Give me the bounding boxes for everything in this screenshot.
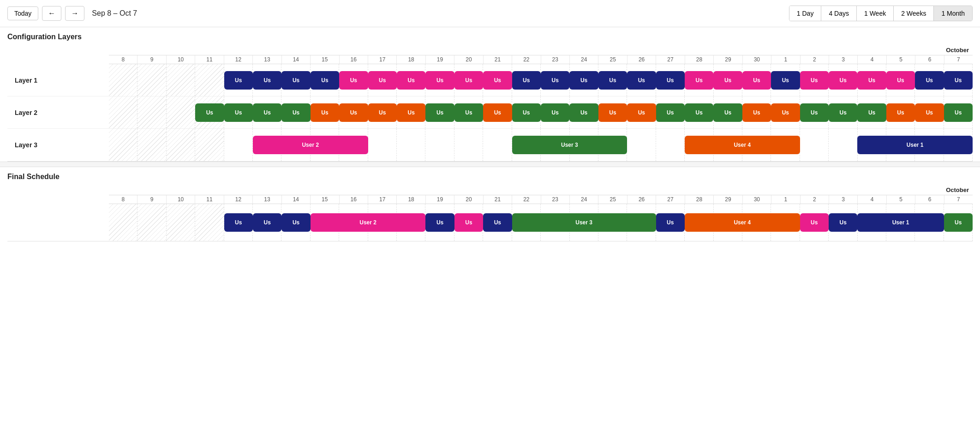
chip-user-l1-9[interactable]: Us: [483, 71, 512, 90]
chip-user-l2-16[interactable]: Us: [656, 103, 685, 122]
day-header-16: 16: [340, 195, 368, 204]
day-header-26: 26: [627, 55, 656, 64]
day-header-26: 26: [627, 195, 656, 204]
view-1month[interactable]: 1 Month: [934, 6, 972, 21]
chip-user-l1-18[interactable]: Us: [742, 71, 771, 90]
day-header-4: 4: [858, 55, 886, 64]
header: Today ← → Sep 8 – Oct 7 1 Day 4 Days 1 W…: [0, 0, 980, 27]
prev-button[interactable]: ←: [42, 6, 61, 21]
chip-user-l1-14[interactable]: Us: [627, 71, 656, 90]
chip-user-l1-17[interactable]: Us: [713, 71, 742, 90]
chip-user-l2-9[interactable]: Us: [454, 103, 483, 122]
grid-body-config: Layer 1UsUsUsUsUsUsUsUsUsUsUsUsUsUsUsUsU…: [7, 64, 973, 162]
chip-user-l2-8[interactable]: Us: [425, 103, 454, 122]
chip-user3-l3[interactable]: User 3: [512, 136, 627, 154]
chip-user-l2-24[interactable]: Us: [886, 103, 915, 122]
today-button[interactable]: Today: [7, 6, 38, 20]
day-header-5: 5: [887, 195, 915, 204]
final-chip-f-p2[interactable]: Us: [800, 213, 829, 232]
chip-user-l2-17[interactable]: Us: [685, 103, 713, 122]
chip-user-l1-8[interactable]: Us: [454, 71, 483, 90]
month-row-config: October: [109, 45, 973, 55]
chip-user-l1-2[interactable]: Us: [281, 71, 310, 90]
chip-user-l1-1[interactable]: Us: [253, 71, 281, 90]
chip-user-l1-21[interactable]: Us: [829, 71, 857, 90]
chip-user1-l3[interactable]: User 1: [857, 136, 973, 154]
chip-user-l1-12[interactable]: Us: [569, 71, 598, 90]
final-chip-f-g1[interactable]: Us: [944, 213, 973, 232]
chip-user-l2-10[interactable]: Us: [483, 103, 512, 122]
chip-user-l1-20[interactable]: Us: [800, 71, 829, 90]
day-header-1: 1: [771, 195, 800, 204]
chip-user-l2-18[interactable]: Us: [713, 103, 742, 122]
view-2weeks[interactable]: 2 Weeks: [894, 6, 934, 21]
chip-user-l1-16[interactable]: Us: [685, 71, 713, 90]
chip-user-l2-7[interactable]: Us: [397, 103, 425, 122]
chip-user-l1-19[interactable]: Us: [771, 71, 800, 90]
day-header-24: 24: [570, 55, 598, 64]
chip-user-l2-26[interactable]: Us: [944, 103, 973, 122]
chip-user-l2-1[interactable]: Us: [224, 103, 253, 122]
chip-user-l2-12[interactable]: Us: [541, 103, 569, 122]
final-chip-f-n2[interactable]: Us: [253, 213, 281, 232]
chip-user-l1-22[interactable]: Us: [857, 71, 886, 90]
chip-user-l2-19[interactable]: Us: [742, 103, 771, 122]
final-chip-f-n4[interactable]: Us: [425, 213, 454, 232]
chip-user-l1-23[interactable]: Us: [886, 71, 915, 90]
day-header-8: 8: [109, 195, 137, 204]
chip-user-l2-13[interactable]: Us: [569, 103, 598, 122]
final-chip-f-n6[interactable]: Us: [656, 213, 685, 232]
view-1day[interactable]: 1 Day: [789, 6, 822, 21]
slot-day-9: [137, 129, 166, 161]
chip-user-l2-6[interactable]: Us: [368, 103, 397, 122]
chip-user-l1-10[interactable]: Us: [512, 71, 541, 90]
chip-user-l1-4[interactable]: Us: [339, 71, 368, 90]
view-buttons: 1 Day 4 Days 1 Week 2 Weeks 1 Month: [789, 6, 973, 21]
final-chip-f-n3[interactable]: Us: [281, 213, 310, 232]
chip-user-l1-6[interactable]: Us: [397, 71, 425, 90]
chip-user-l1-24[interactable]: Us: [915, 71, 944, 90]
chip-user-l2-5[interactable]: Us: [339, 103, 368, 122]
chip-user-l2-22[interactable]: Us: [829, 103, 857, 122]
chip-user-l2-15[interactable]: Us: [627, 103, 656, 122]
chip-user-l2-20[interactable]: Us: [771, 103, 800, 122]
chip-user-l2-3[interactable]: Us: [281, 103, 310, 122]
chip-user-l2-23[interactable]: Us: [857, 103, 886, 122]
chip-user-l2-0[interactable]: Us: [195, 103, 224, 122]
chip-user-l2-21[interactable]: Us: [800, 103, 829, 122]
slot-day-27: [656, 129, 685, 161]
final-chip-f-n5[interactable]: Us: [483, 213, 512, 232]
chip-user-l2-2[interactable]: Us: [253, 103, 281, 122]
chip-user-l1-15[interactable]: Us: [656, 71, 685, 90]
view-4days[interactable]: 4 Days: [821, 6, 857, 21]
chip-user-l2-25[interactable]: Us: [915, 103, 944, 122]
view-1week[interactable]: 1 Week: [857, 6, 894, 21]
day-header-21: 21: [484, 55, 512, 64]
day-header-18: 18: [397, 55, 425, 64]
chip-user-l1-11[interactable]: Us: [541, 71, 569, 90]
final-chip-f-user2[interactable]: User 2: [311, 213, 426, 232]
final-chip-f-user3[interactable]: User 3: [512, 213, 656, 232]
chip-user4-l3[interactable]: User 4: [685, 136, 800, 154]
final-chip-f-n7[interactable]: Us: [829, 213, 857, 232]
day-header-19: 19: [426, 55, 454, 64]
day-header-14: 14: [282, 55, 311, 64]
chip-user-l1-13[interactable]: Us: [598, 71, 627, 90]
chip-user2-l3[interactable]: User 2: [253, 136, 368, 154]
chip-user-l1-0[interactable]: Us: [224, 71, 253, 90]
final-chip-f-n1[interactable]: Us: [224, 213, 253, 232]
chip-user-l1-3[interactable]: Us: [311, 71, 339, 90]
chip-user-l2-4[interactable]: Us: [311, 103, 339, 122]
chip-user-l1-25[interactable]: Us: [944, 71, 973, 90]
slot-day-9: [137, 64, 166, 96]
chip-user-l2-14[interactable]: Us: [598, 103, 627, 122]
final-schedule-title: Final Schedule: [7, 173, 973, 181]
next-button[interactable]: →: [65, 6, 84, 21]
final-chip-f-user1[interactable]: User 1: [857, 213, 944, 232]
chip-user-l1-7[interactable]: Us: [425, 71, 454, 90]
final-chip-f-p1[interactable]: Us: [454, 213, 483, 232]
final-chip-f-user4[interactable]: User 4: [685, 213, 800, 232]
slot-day-9: [137, 96, 166, 128]
chip-user-l1-5[interactable]: Us: [368, 71, 397, 90]
chip-user-l2-11[interactable]: Us: [512, 103, 541, 122]
